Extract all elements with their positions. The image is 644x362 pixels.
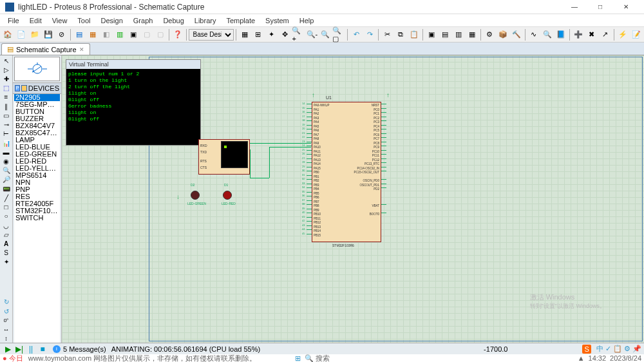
design-combo[interactable]: Base Design (189, 29, 234, 41)
device-item[interactable]: 7SEG-MPX1-CC (14, 101, 60, 108)
help-icon[interactable]: ❓ (171, 28, 184, 41)
tab-schematic[interactable]: ▤ Schematic Capture ✕ (1, 43, 90, 55)
block-rotate-icon[interactable]: ▥ (452, 28, 465, 41)
undo-icon[interactable]: ↶ (350, 28, 363, 41)
path-icon[interactable]: ▱ (1, 231, 12, 238)
device-item[interactable]: MPS6514 (14, 172, 60, 179)
block-copy-icon[interactable]: ▣ (425, 28, 438, 41)
menu-help[interactable]: Help (294, 15, 319, 26)
erc-icon[interactable]: ⚡ (616, 28, 629, 41)
gerber-icon[interactable]: ▣ (127, 28, 140, 41)
device-item[interactable]: BZX85C47RL (14, 129, 60, 137)
generator-icon[interactable]: ◉ (1, 157, 12, 165)
zoom-area-icon[interactable]: 🔍▢ (332, 28, 345, 41)
redo-icon[interactable]: ↷ (363, 28, 376, 41)
circle-icon[interactable]: ○ (1, 213, 12, 220)
led-d2[interactable] (191, 191, 200, 200)
device-item[interactable]: LED-GREEN (14, 151, 60, 158)
minimize-button[interactable]: — (562, 0, 587, 14)
line-icon[interactable]: ╱ (1, 194, 12, 202)
device-item[interactable]: RES (14, 193, 60, 200)
zoom-in-icon[interactable]: 🔍+ (292, 28, 305, 41)
new-sheet-icon[interactable]: ➕ (572, 28, 585, 41)
device-item[interactable]: SWITCH (14, 214, 60, 222)
pan-icon[interactable]: ✥ (279, 28, 292, 41)
stop-button[interactable]: ■ (37, 345, 48, 354)
wire-label-icon[interactable]: ⬚ (1, 84, 12, 92)
text-script-icon[interactable]: ≡ (1, 93, 12, 101)
serial-terminal-component[interactable]: RXD TXD RTS CTS (198, 139, 250, 175)
device-item[interactable]: 2N2905 (14, 94, 60, 101)
terminal-icon[interactable]: ⊸ (1, 121, 12, 129)
schematic-icon[interactable]: ▤ (73, 28, 86, 41)
block-delete-icon[interactable]: ▦ (466, 28, 478, 41)
snap-icon[interactable]: ⊞ (252, 28, 265, 41)
rotate-cw-icon[interactable]: ↻ (1, 298, 12, 306)
rotate-ccw-icon[interactable]: ↺ (1, 307, 12, 315)
tab-close-icon[interactable]: ✕ (79, 46, 84, 53)
ime-indicator[interactable]: S (582, 345, 591, 354)
bus-mode-icon[interactable]: ∥ (1, 102, 12, 110)
menu-view[interactable]: View (47, 15, 73, 26)
decompose-icon[interactable]: 🔨 (510, 28, 523, 41)
menu-system[interactable]: System (260, 15, 294, 26)
symbol-icon[interactable]: S (1, 249, 12, 257)
menu-template[interactable]: Template (221, 15, 260, 26)
device-item[interactable]: PNP (14, 186, 60, 193)
mirror-h-icon[interactable]: ↔ (1, 326, 12, 334)
tray-icon[interactable]: ▲ (578, 354, 585, 362)
probe-i-icon[interactable]: 🔎 (1, 176, 12, 184)
virtual-terminal-window[interactable]: Virtual Terminal please input num 1 or 2… (66, 59, 201, 146)
menu-file[interactable]: File (3, 15, 24, 26)
lang-indicator[interactable]: 中 ✓ 📋 ⚙ 📌 (596, 344, 641, 354)
close-button[interactable]: ✕ (613, 0, 639, 14)
tape-icon[interactable]: ▬ (1, 148, 12, 156)
zoom-fit-icon[interactable]: 🔍 (319, 28, 332, 41)
device-item[interactable]: LED-BLUE (14, 144, 60, 151)
netlist-icon[interactable]: 📝 (630, 28, 643, 41)
search-icon[interactable]: 🔍 (541, 28, 554, 41)
menu-design[interactable]: Design (96, 15, 128, 26)
box-icon[interactable]: □ (1, 204, 12, 211)
pick-device-icon[interactable]: P (15, 85, 20, 91)
open-icon[interactable]: 📁 (28, 28, 41, 41)
selection-mode-icon[interactable]: ↖ (1, 57, 12, 64)
menu-edit[interactable]: Edit (24, 15, 47, 26)
cut-icon[interactable]: ✂ (381, 28, 393, 41)
delete-sheet-icon[interactable]: ✖ (585, 28, 598, 41)
pcb-icon[interactable]: ▦ (86, 28, 99, 41)
property-icon[interactable]: 📘 (554, 28, 567, 41)
wire-autoroute-icon[interactable]: ∿ (527, 28, 540, 41)
origin-icon[interactable]: ✦ (265, 28, 278, 41)
menu-tool[interactable]: Tool (72, 15, 95, 26)
device-item[interactable]: STM32F103R6 (14, 207, 60, 214)
block-move-icon[interactable]: ▤ (439, 28, 451, 41)
arc-icon[interactable]: ◡ (1, 222, 12, 229)
close-project-icon[interactable]: ⊘ (55, 28, 68, 41)
device-list[interactable]: 2N29057SEG-MPX1-CCBUTTONBUZZERBZX84C4V7B… (14, 94, 60, 343)
copy-icon[interactable]: ⧉ (394, 28, 407, 41)
paste-icon[interactable]: 📋 (408, 28, 421, 41)
maximize-button[interactable]: □ (587, 0, 613, 14)
led-d1[interactable] (223, 191, 232, 200)
menu-debug[interactable]: Debug (158, 15, 189, 26)
3d-icon[interactable]: ◧ (100, 28, 113, 41)
junction-mode-icon[interactable]: ✚ (1, 75, 12, 82)
device-item[interactable]: LED-YELLOW (14, 165, 60, 172)
schematic-canvas[interactable]: Virtual Terminal please input num 1 or 2… (62, 55, 644, 343)
step-button[interactable]: ▶| (14, 345, 24, 354)
zoom-out-icon[interactable]: 🔍- (305, 28, 318, 41)
device-item[interactable]: BUZZER (14, 115, 60, 122)
probe-v-icon[interactable]: 🔍 (1, 167, 12, 175)
device-item[interactable]: LAMP (14, 137, 60, 144)
instrument-icon[interactable]: 📟 (1, 185, 12, 193)
bom-icon[interactable]: ▥ (113, 28, 126, 41)
graph-icon[interactable]: 📊 (1, 139, 12, 147)
chip-stm32[interactable]: PA0-/WKUPPA1PA2PA3PA4PA5PA6PA7PA8PA9PA10… (312, 102, 381, 242)
device-item[interactable]: LED-RED (14, 158, 60, 165)
save-icon[interactable]: 💾 (42, 28, 55, 41)
library-icon[interactable] (21, 85, 26, 91)
mirror-v-icon[interactable]: ↕ (1, 335, 12, 343)
exit-parent-icon[interactable]: ↗ (599, 28, 612, 41)
menu-graph[interactable]: Graph (128, 15, 158, 26)
